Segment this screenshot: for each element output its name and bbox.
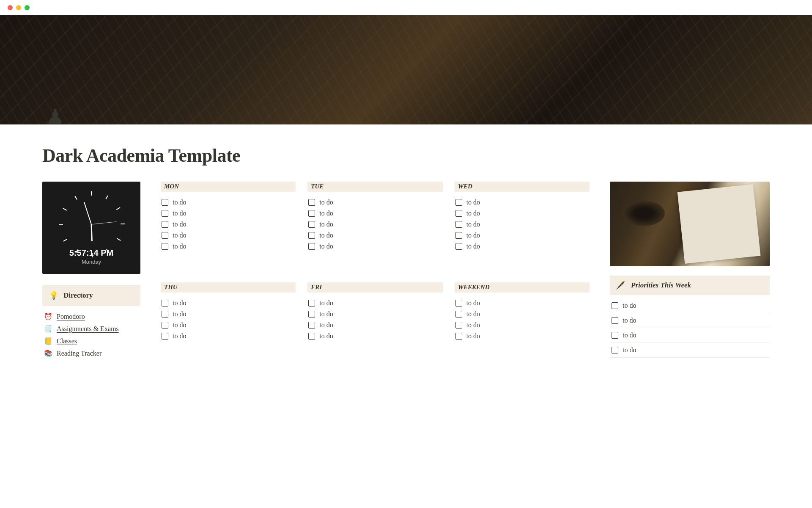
todo-item[interactable]: to do bbox=[161, 309, 296, 320]
todo-item[interactable]: to do bbox=[455, 208, 590, 219]
checkbox[interactable] bbox=[612, 317, 618, 324]
todo-item[interactable]: to do bbox=[161, 241, 296, 252]
todo-text[interactable]: to do bbox=[173, 243, 186, 250]
todo-item[interactable]: to do bbox=[161, 208, 296, 219]
todo-text[interactable]: to do bbox=[466, 232, 480, 239]
checkbox[interactable] bbox=[308, 243, 315, 250]
todo-item[interactable]: to do bbox=[307, 230, 442, 241]
sidebar-item-classes[interactable]: 📒Classes bbox=[42, 335, 140, 347]
checkbox[interactable] bbox=[162, 232, 168, 239]
checkbox[interactable] bbox=[455, 232, 462, 239]
checkbox[interactable] bbox=[308, 199, 315, 206]
priority-text[interactable]: to do bbox=[623, 346, 636, 354]
checkbox[interactable] bbox=[455, 333, 462, 340]
checkbox[interactable] bbox=[162, 300, 168, 306]
todo-item[interactable]: to do bbox=[455, 331, 590, 342]
checkbox[interactable] bbox=[162, 333, 168, 340]
todo-text[interactable]: to do bbox=[319, 221, 333, 228]
todo-text[interactable]: to do bbox=[466, 321, 480, 329]
sidebar-item-assignments-exams[interactable]: 🗒️Assignments & Exams bbox=[42, 323, 140, 335]
checkbox[interactable] bbox=[308, 333, 315, 340]
todo-text[interactable]: to do bbox=[466, 310, 480, 318]
todo-item[interactable]: to do bbox=[161, 197, 296, 208]
priority-item[interactable]: to do bbox=[610, 343, 770, 358]
todo-text[interactable]: to do bbox=[173, 332, 186, 340]
todo-item[interactable]: to do bbox=[307, 320, 442, 331]
checkbox[interactable] bbox=[308, 311, 315, 318]
checkbox[interactable] bbox=[308, 322, 315, 329]
todo-text[interactable]: to do bbox=[466, 243, 480, 250]
priority-item[interactable]: to do bbox=[610, 313, 770, 328]
todo-text[interactable]: to do bbox=[173, 199, 186, 206]
todo-item[interactable]: to do bbox=[307, 219, 442, 230]
checkbox[interactable] bbox=[162, 243, 168, 250]
sidebar-item-reading-tracker[interactable]: 📚Reading Tracker bbox=[42, 347, 140, 359]
todo-item[interactable]: to do bbox=[307, 208, 442, 219]
checkbox[interactable] bbox=[162, 322, 168, 329]
todo-item[interactable]: to do bbox=[307, 241, 442, 252]
checkbox[interactable] bbox=[162, 210, 168, 217]
checkbox[interactable] bbox=[162, 199, 168, 206]
todo-text[interactable]: to do bbox=[466, 199, 480, 206]
todo-item[interactable]: to do bbox=[161, 298, 296, 309]
checkbox[interactable] bbox=[455, 322, 462, 329]
checkbox[interactable] bbox=[455, 210, 462, 217]
checkbox[interactable] bbox=[308, 300, 315, 306]
todo-item[interactable]: to do bbox=[455, 298, 590, 309]
checkbox[interactable] bbox=[455, 300, 462, 306]
priority-item[interactable]: to do bbox=[610, 298, 770, 313]
todo-text[interactable]: to do bbox=[319, 210, 333, 217]
aesthetic-image[interactable] bbox=[610, 182, 770, 266]
checkbox[interactable] bbox=[308, 210, 315, 217]
todo-item[interactable]: to do bbox=[161, 230, 296, 241]
todo-item[interactable]: to do bbox=[455, 320, 590, 331]
todo-text[interactable]: to do bbox=[319, 332, 333, 340]
todo-text[interactable]: to do bbox=[173, 210, 186, 217]
checkbox[interactable] bbox=[455, 311, 462, 318]
todo-item[interactable]: to do bbox=[455, 197, 590, 208]
todo-text[interactable]: to do bbox=[466, 221, 480, 228]
todo-text[interactable]: to do bbox=[466, 210, 480, 217]
todo-text[interactable]: to do bbox=[319, 232, 333, 239]
todo-item[interactable]: to do bbox=[307, 309, 442, 320]
todo-text[interactable]: to do bbox=[173, 232, 186, 239]
checkbox[interactable] bbox=[162, 221, 168, 228]
todo-item[interactable]: to do bbox=[455, 309, 590, 320]
priority-item[interactable]: to do bbox=[610, 328, 770, 343]
priority-text[interactable]: to do bbox=[623, 331, 636, 339]
todo-item[interactable]: to do bbox=[307, 197, 442, 208]
checkbox[interactable] bbox=[612, 332, 618, 339]
checkbox[interactable] bbox=[455, 243, 462, 250]
traffic-light-close[interactable] bbox=[8, 5, 13, 10]
todo-item[interactable]: to do bbox=[161, 320, 296, 331]
traffic-light-minimize[interactable] bbox=[16, 5, 21, 10]
todo-text[interactable]: to do bbox=[173, 310, 186, 318]
checkbox[interactable] bbox=[455, 199, 462, 206]
priority-text[interactable]: to do bbox=[623, 302, 636, 309]
page-title[interactable]: Dark Academia Template bbox=[42, 145, 770, 166]
todo-text[interactable]: to do bbox=[173, 221, 186, 228]
priority-text[interactable]: to do bbox=[623, 317, 636, 324]
page-icon[interactable]: ♟ bbox=[42, 107, 68, 132]
todo-item[interactable]: to do bbox=[455, 241, 590, 252]
todo-item[interactable]: to do bbox=[161, 219, 296, 230]
todo-item[interactable]: to do bbox=[455, 219, 590, 230]
todo-text[interactable]: to do bbox=[319, 310, 333, 318]
todo-text[interactable]: to do bbox=[173, 321, 186, 329]
todo-text[interactable]: to do bbox=[319, 299, 333, 307]
checkbox[interactable] bbox=[308, 221, 315, 228]
todo-item[interactable]: to do bbox=[455, 230, 590, 241]
traffic-light-zoom[interactable] bbox=[25, 5, 30, 10]
checkbox[interactable] bbox=[612, 302, 618, 309]
todo-text[interactable]: to do bbox=[319, 321, 333, 329]
todo-text[interactable]: to do bbox=[319, 199, 333, 206]
checkbox[interactable] bbox=[455, 221, 462, 228]
todo-item[interactable]: to do bbox=[307, 331, 442, 342]
todo-text[interactable]: to do bbox=[466, 299, 480, 307]
checkbox[interactable] bbox=[308, 232, 315, 239]
todo-item[interactable]: to do bbox=[161, 331, 296, 342]
checkbox[interactable] bbox=[162, 311, 168, 318]
checkbox[interactable] bbox=[612, 347, 618, 353]
todo-text[interactable]: to do bbox=[173, 299, 186, 307]
todo-text[interactable]: to do bbox=[319, 243, 333, 250]
